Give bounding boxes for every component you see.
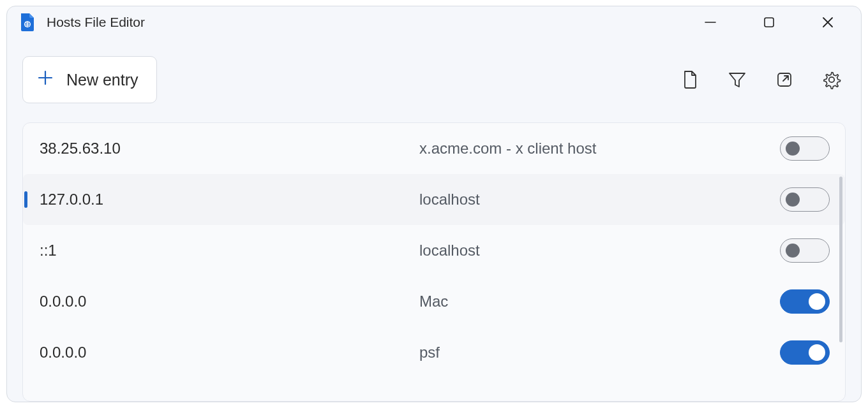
open-hosts-file-button[interactable] [774,69,795,90]
hosts-row-hostname: localhost [419,242,772,259]
file-additional-lines-button[interactable] [680,69,700,90]
plus-icon [37,69,54,90]
minimize-button[interactable] [681,6,740,38]
enable-toggle[interactable] [780,289,830,314]
enable-toggle[interactable] [780,187,830,212]
app-window: Hosts File Editor New entry [6,6,862,402]
hosts-row-hostname: Mac [419,293,772,310]
hosts-row-toggle-cell [772,136,830,161]
toggle-knob [786,244,800,258]
titlebar: Hosts File Editor [7,6,861,38]
toolbar-actions [680,69,842,90]
toggle-knob [786,193,800,207]
svg-rect-1 [765,18,774,27]
window-controls [681,6,857,38]
hosts-row-hostname: x.acme.com - x client host [419,140,772,157]
hosts-row[interactable]: 38.25.63.10x.acme.com - x client host [23,123,845,174]
hosts-row[interactable]: 0.0.0.0psf [23,327,845,378]
window-title: Hosts File Editor [47,15,145,30]
toggle-knob [809,293,825,310]
hosts-row-toggle-cell [772,289,830,314]
hosts-row-toggle-cell [772,340,830,365]
hosts-row-toggle-cell [772,238,830,263]
toggle-knob [786,142,800,156]
scrollbar-thumb[interactable] [839,177,842,342]
svg-point-3 [829,77,834,82]
new-entry-button[interactable]: New entry [22,56,157,103]
app-file-icon [20,13,35,31]
settings-button[interactable] [821,69,842,90]
enable-toggle[interactable] [780,238,830,263]
hosts-list-panel: 38.25.63.10x.acme.com - x client host127… [22,122,846,402]
filter-button[interactable] [727,69,747,90]
hosts-row[interactable]: ::1localhost [23,225,845,276]
close-button[interactable] [798,6,857,38]
hosts-row-ip: ::1 [40,242,419,259]
enable-toggle[interactable] [780,136,830,161]
hosts-row-ip: 0.0.0.0 [40,293,419,310]
hosts-row-toggle-cell [772,187,830,212]
toggle-knob [809,344,825,361]
hosts-row-ip: 0.0.0.0 [40,344,419,361]
hosts-row[interactable]: 127.0.0.1localhost [23,174,845,225]
toolbar: New entry [7,38,861,103]
hosts-row[interactable]: 0.0.0.0Mac [23,276,845,327]
enable-toggle[interactable] [780,340,830,365]
hosts-row-ip: 127.0.0.1 [40,191,419,208]
maximize-button[interactable] [740,6,798,38]
hosts-row-hostname: psf [419,344,772,361]
hosts-row-ip: 38.25.63.10 [40,140,419,157]
new-entry-label: New entry [66,71,138,89]
selection-indicator [24,191,27,208]
hosts-list: 38.25.63.10x.acme.com - x client host127… [23,123,845,378]
hosts-row-hostname: localhost [419,191,772,208]
